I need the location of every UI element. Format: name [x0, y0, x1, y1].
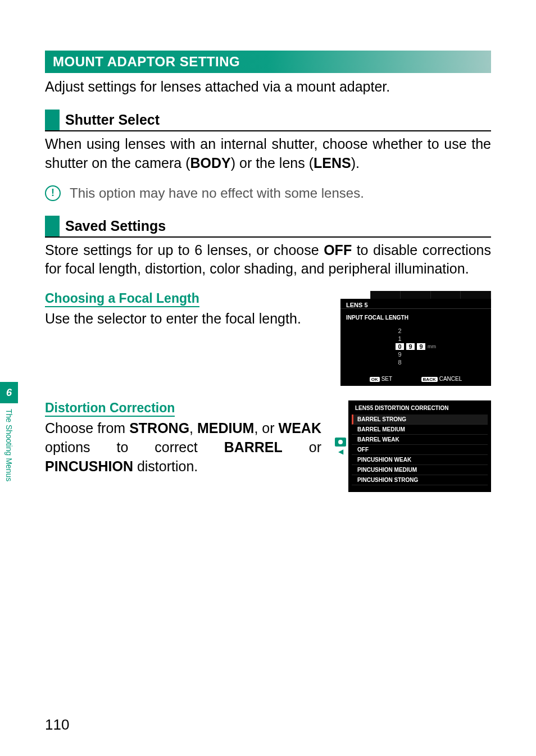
digit-col-2: 9 — [417, 341, 425, 352]
lcd-spinner[interactable]: 2 1 0 9 8 9 9 mm — [340, 325, 491, 375]
bold-barrel: BARREL — [224, 439, 283, 455]
back-chip: BACK — [421, 377, 438, 382]
menu-item-pincushion-medium[interactable]: PINCUSHION MEDIUM — [352, 465, 488, 475]
subheading-shutter: Shutter Select — [45, 110, 491, 131]
text: distortion. — [133, 458, 198, 474]
lcd-menu[interactable]: BARREL STRONG BARREL MEDIUM BARREL WEAK … — [348, 415, 491, 485]
bold-lens: LENS — [314, 155, 351, 171]
chapter-tab: 6 The Shooting Menus — [0, 382, 18, 481]
unit-col: mm — [428, 341, 436, 352]
menu-item-pincushion-strong[interactable]: PINCUSHION STRONG — [352, 475, 488, 485]
bold-pincushion: PINCUSHION — [45, 458, 133, 474]
back-action[interactable]: BACKCANCEL — [421, 376, 462, 382]
bold-body: BODY — [190, 155, 230, 171]
subheading-marker — [45, 110, 60, 130]
text: , or — [254, 420, 278, 436]
caution-text: This option may have no effect with some… — [70, 185, 364, 201]
text: options to correct — [45, 439, 224, 455]
bold-medium: MEDIUM — [197, 420, 254, 436]
shutter-body: When using lenses with an internal shutt… — [45, 135, 491, 173]
menu-item-barrel-weak[interactable]: BARREL WEAK — [352, 435, 488, 445]
text: Choose from — [45, 420, 129, 436]
lcd-tabstrip — [340, 291, 491, 299]
ok-action[interactable]: OKSET — [370, 376, 392, 382]
caution-note: ! This option may have no effect with so… — [45, 185, 491, 201]
section-title: MOUNT ADAPTOR SETTING — [45, 51, 491, 73]
bold-strong: STRONG — [129, 420, 189, 436]
menu-item-pincushion-weak[interactable]: PINCUSHION WEAK — [352, 455, 488, 465]
chapter-label: The Shooting Menus — [4, 403, 13, 481]
saved-body: Store settings for up to 6 lenses, or ch… — [45, 241, 491, 279]
topic-body: Choose from STRONG, MEDIUM, or WEAK opti… — [45, 419, 321, 476]
digit-selected: 0 — [396, 343, 404, 350]
topic-title: Choosing a Focal Length — [45, 291, 199, 307]
digit-above: 2 — [396, 327, 404, 334]
text: or — [283, 439, 321, 455]
caution-icon: ! — [45, 185, 61, 201]
digit-col-1: 9 — [406, 341, 415, 352]
topic-body: Use the selector to enter the focal leng… — [45, 309, 327, 329]
lcd-title: LENS5 DISTORTION CORRECTION — [348, 400, 491, 415]
digit-below: 9 — [396, 351, 404, 358]
subheading-saved: Saved Settings — [45, 216, 491, 238]
text: ). — [351, 155, 360, 171]
ok-label: SET — [381, 376, 392, 382]
topic-distortion: Distortion Correction Choose from STRONG… — [45, 400, 491, 492]
page-number: 110 — [45, 716, 69, 734]
text: , — [189, 420, 197, 436]
menu-item-barrel-medium[interactable]: BARREL MEDIUM — [352, 425, 488, 435]
digit-selected: 9 — [406, 343, 415, 350]
section-intro: Adjust settings for lenses attached via … — [45, 73, 491, 110]
lcd-focal-length: ◀ LENS 5 INPUT FOCAL LENGTH 2 1 0 9 8 9 — [340, 291, 491, 386]
text: Store settings for up to 6 lenses, or ch… — [45, 242, 324, 258]
digit-col-0: 2 1 0 9 8 — [396, 327, 404, 366]
subheading-marker — [45, 216, 60, 236]
subheading-label: Shutter Select — [65, 110, 160, 130]
lcd-title: LENS 5 — [340, 299, 491, 309]
digit-selected: 9 — [417, 343, 425, 350]
lcd-footer: OKSET BACKCANCEL — [340, 375, 491, 384]
unit-label: mm — [428, 344, 436, 349]
digit-above: 1 — [396, 335, 404, 342]
lcd-subtitle: INPUT FOCAL LENGTH — [340, 309, 491, 325]
bold-off: OFF — [324, 242, 352, 258]
ok-chip: OK — [370, 377, 380, 382]
chapter-number: 6 — [0, 382, 18, 403]
left-arrow-icon: ◀ — [330, 334, 337, 343]
lcd-distortion: LENS5 DISTORTION CORRECTION BARREL STRON… — [348, 400, 491, 492]
back-label: CANCEL — [439, 376, 462, 382]
digit-below: 8 — [396, 359, 404, 366]
left-arrow-icon: ◀ — [338, 448, 343, 456]
bold-weak: WEAK — [279, 420, 321, 436]
topic-focal-length: Choosing a Focal Length Use the selector… — [45, 291, 491, 386]
menu-item-barrel-strong[interactable]: BARREL STRONG — [352, 415, 488, 425]
topic-title: Distortion Correction — [45, 400, 175, 417]
camera-icon — [335, 438, 346, 447]
text: ) or the lens ( — [231, 155, 314, 171]
lcd-side-icons: ◀ — [335, 438, 346, 456]
subheading-label: Saved Settings — [65, 216, 166, 236]
menu-item-off[interactable]: OFF — [352, 445, 488, 455]
